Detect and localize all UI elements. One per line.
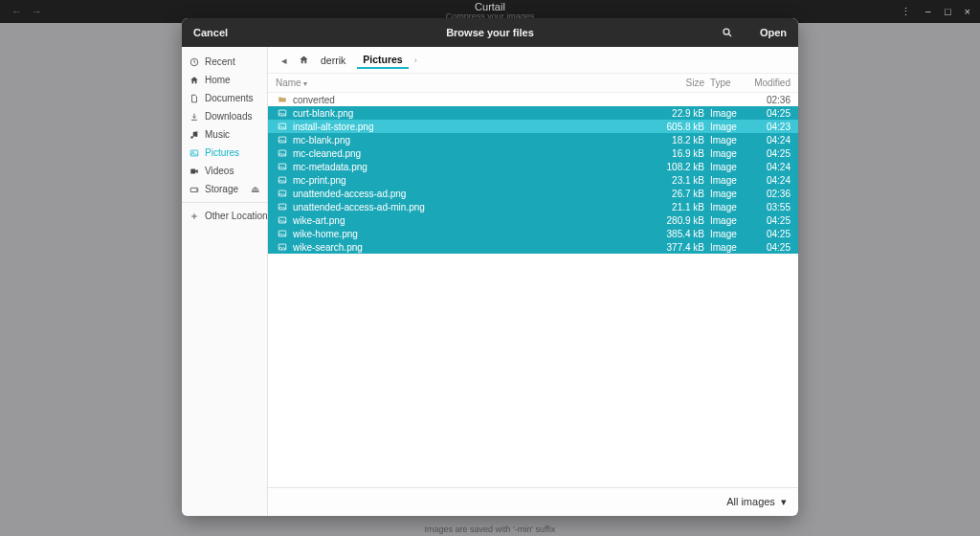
sidebar-item-music[interactable]: Music: [182, 125, 267, 144]
file-row[interactable]: curt-blank.png22.9 kBImage04:25: [268, 106, 798, 120]
svg-rect-5: [190, 168, 195, 173]
image-file-icon: [276, 135, 289, 145]
disk-icon: [189, 185, 199, 194]
file-modified: 03:55: [748, 202, 791, 212]
file-modified: 02:36: [748, 95, 791, 105]
column-size: Size: [655, 78, 710, 88]
window-close-icon[interactable]: ×: [965, 6, 970, 17]
column-name: Name▾: [276, 78, 655, 88]
file-row[interactable]: unattended-access-ad.png26.7 kBImage02:3…: [268, 187, 798, 200]
file-row[interactable]: install-alt-store.png605.8 kBImage04:23: [268, 120, 798, 133]
filter-dropdown[interactable]: All images ▾: [726, 496, 787, 508]
dialog-title: Browse your files: [182, 27, 798, 38]
image-file-icon: [276, 242, 289, 252]
app-title: Curtail: [0, 1, 980, 12]
nav-back-icon[interactable]: ←: [11, 6, 22, 17]
breadcrumb-home[interactable]: derrik: [315, 53, 351, 68]
plus-icon: [189, 212, 199, 221]
file-row[interactable]: wike-art.png280.9 kBImage04:25: [268, 213, 798, 227]
file-row[interactable]: mc-blank.png18.2 kBImage04:24: [268, 133, 798, 146]
path-bar: ◂ derrik Pictures ›: [268, 47, 798, 74]
menu-icon[interactable]: ⋮: [901, 6, 911, 18]
file-row[interactable]: mc-print.png23.1 kBImage04:24: [268, 173, 798, 187]
eject-icon[interactable]: ⏏: [251, 184, 259, 194]
image-file-icon: [276, 122, 289, 131]
file-name: mc-cleaned.png: [289, 148, 655, 159]
file-name: mc-metadata.png: [289, 162, 655, 172]
sidebar-item-label: Pictures: [205, 147, 239, 158]
folder-row[interactable]: converted02:36: [268, 93, 798, 106]
folder-icon: [276, 95, 289, 104]
svg-point-7: [196, 190, 197, 190]
sidebar-item-label: Videos: [205, 166, 234, 176]
image-file-icon: [276, 189, 289, 198]
file-row[interactable]: unattended-access-ad-min.png21.1 kBImage…: [268, 200, 798, 213]
file-size: 22.9 kB: [655, 108, 710, 119]
image-file-icon: [276, 215, 289, 225]
sidebar-other-locations[interactable]: Other Locations: [182, 207, 267, 225]
sidebar-item-label: Documents: [205, 93, 254, 103]
sidebar-item-documents[interactable]: Documents: [182, 89, 267, 107]
image-file-icon: [276, 202, 289, 212]
file-type: Image: [710, 215, 748, 226]
file-row[interactable]: wike-home.png385.4 kBImage04:25: [268, 227, 798, 240]
file-row[interactable]: wike-search.png377.4 kBImage04:25: [268, 240, 798, 254]
column-modified: Modified: [748, 78, 791, 88]
sidebar-item-videos[interactable]: Videos: [182, 162, 267, 180]
file-modified: 04:25: [748, 229, 791, 239]
file-name: unattended-access-ad.png: [289, 189, 655, 199]
file-name: mc-print.png: [289, 175, 655, 186]
sidebar-item-label: Other Locations: [205, 211, 273, 221]
image-file-icon: [276, 162, 289, 171]
path-back-icon[interactable]: ◂: [276, 53, 293, 68]
search-button[interactable]: [710, 18, 745, 47]
file-name: wike-search.png: [289, 242, 655, 253]
file-name: curt-blank.png: [289, 108, 655, 119]
file-modified: 04:25: [748, 242, 791, 253]
file-size: 21.1 kB: [655, 202, 710, 212]
window-minimize-icon[interactable]: −: [924, 6, 930, 17]
image-file-icon: [276, 108, 289, 118]
cancel-button[interactable]: Cancel: [182, 18, 239, 47]
file-type: Image: [710, 108, 748, 119]
file-row[interactable]: mc-metadata.png108.2 kBImage04:24: [268, 160, 798, 173]
file-row[interactable]: mc-cleaned.png16.9 kBImage04:25: [268, 146, 798, 160]
column-headers[interactable]: Name▾ Size Type Modified: [268, 74, 798, 93]
file-modified: 04:24: [748, 175, 791, 186]
dialog-footer: All images ▾: [268, 487, 798, 516]
down-icon: [189, 112, 199, 122]
sidebar-item-recent[interactable]: Recent: [182, 53, 267, 71]
file-size: 16.9 kB: [655, 148, 710, 159]
breadcrumb-current[interactable]: Pictures: [357, 52, 408, 69]
sidebar-item-label: Storage: [205, 184, 238, 194]
window-maximize-icon[interactable]: □: [945, 6, 951, 17]
file-size: 385.4 kB: [655, 229, 710, 239]
file-modified: 04:25: [748, 148, 791, 159]
home-icon[interactable]: [299, 55, 309, 65]
file-list[interactable]: converted02:36curt-blank.png22.9 kBImage…: [268, 93, 798, 487]
home-icon: [189, 76, 199, 85]
file-modified: 04:25: [748, 215, 791, 226]
file-name: wike-home.png: [289, 229, 655, 239]
status-hint: Images are saved with '-min' suffix: [0, 525, 980, 534]
file-size: 108.2 kB: [655, 162, 710, 172]
dialog-header: Cancel Browse your files Open: [182, 18, 798, 47]
open-button[interactable]: Open: [748, 18, 798, 47]
sidebar-item-label: Recent: [205, 56, 235, 67]
file-type: Image: [710, 175, 748, 186]
sidebar-item-pictures[interactable]: Pictures: [182, 144, 267, 162]
file-modified: 04:24: [748, 162, 791, 172]
file-type: Image: [710, 242, 748, 253]
chevron-down-icon: ▾: [781, 496, 787, 507]
sidebar-item-label: Music: [205, 129, 230, 140]
sidebar-item-home[interactable]: Home: [182, 71, 267, 89]
nav-forward-icon[interactable]: →: [32, 6, 42, 17]
image-file-icon: [276, 148, 289, 158]
file-modified: 02:36: [748, 189, 791, 199]
sidebar-item-downloads[interactable]: Downloads: [182, 107, 267, 125]
search-icon: [722, 27, 733, 38]
file-modified: 04:23: [748, 122, 791, 132]
sidebar-item-storage[interactable]: Storage⏏: [182, 180, 267, 198]
file-size: 26.7 kB: [655, 189, 710, 199]
file-type: Image: [710, 189, 748, 199]
